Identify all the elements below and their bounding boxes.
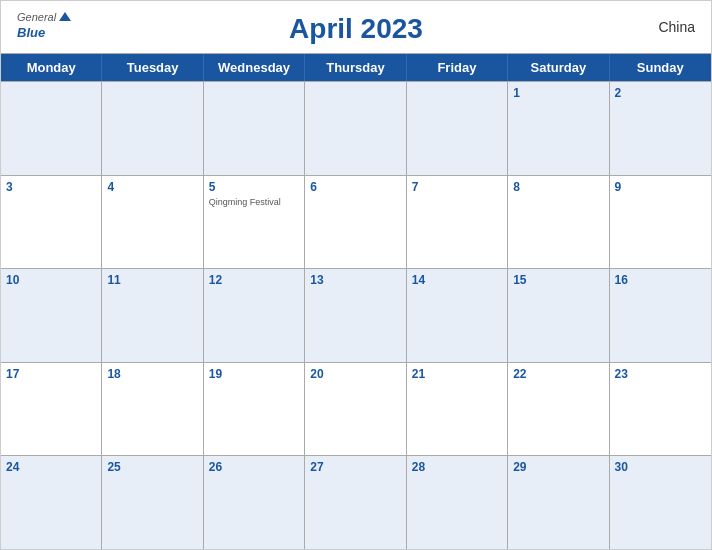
day-cell: 6 <box>305 176 406 269</box>
day-number: 5 <box>209 179 299 196</box>
day-number: 21 <box>412 366 502 383</box>
day-header-friday: Friday <box>407 54 508 81</box>
day-cell: 15 <box>508 269 609 362</box>
day-cell: 20 <box>305 363 406 456</box>
day-cell <box>407 82 508 175</box>
day-cell: 2 <box>610 82 711 175</box>
day-cell: 16 <box>610 269 711 362</box>
day-number: 16 <box>615 272 706 289</box>
day-number: 29 <box>513 459 603 476</box>
day-cell: 28 <box>407 456 508 549</box>
calendar-container: General Blue April 2023 China MondayTues… <box>0 0 712 550</box>
week-row-5: 24252627282930 <box>1 455 711 549</box>
event-label: Qingming Festival <box>209 197 299 209</box>
day-number: 4 <box>107 179 197 196</box>
day-cell: 12 <box>204 269 305 362</box>
day-headers: MondayTuesdayWednesdayThursdayFridaySatu… <box>1 54 711 81</box>
day-cell: 25 <box>102 456 203 549</box>
day-cell: 8 <box>508 176 609 269</box>
day-cell <box>1 82 102 175</box>
day-number: 28 <box>412 459 502 476</box>
day-header-tuesday: Tuesday <box>102 54 203 81</box>
day-cell: 29 <box>508 456 609 549</box>
country-label: China <box>658 19 695 35</box>
day-cell <box>204 82 305 175</box>
week-row-2: 345Qingming Festival6789 <box>1 175 711 269</box>
day-cell: 14 <box>407 269 508 362</box>
day-cell: 23 <box>610 363 711 456</box>
day-number: 9 <box>615 179 706 196</box>
day-number: 26 <box>209 459 299 476</box>
day-number: 3 <box>6 179 96 196</box>
day-cell: 27 <box>305 456 406 549</box>
day-cell: 30 <box>610 456 711 549</box>
day-cell <box>305 82 406 175</box>
day-number: 23 <box>615 366 706 383</box>
day-number: 30 <box>615 459 706 476</box>
day-number: 14 <box>412 272 502 289</box>
day-header-monday: Monday <box>1 54 102 81</box>
day-cell: 22 <box>508 363 609 456</box>
week-row-3: 10111213141516 <box>1 268 711 362</box>
day-number: 24 <box>6 459 96 476</box>
day-number: 2 <box>615 85 706 102</box>
day-number: 12 <box>209 272 299 289</box>
day-cell: 9 <box>610 176 711 269</box>
day-cell: 3 <box>1 176 102 269</box>
svg-marker-0 <box>59 12 71 21</box>
day-cell: 18 <box>102 363 203 456</box>
day-cell: 26 <box>204 456 305 549</box>
day-number: 15 <box>513 272 603 289</box>
day-cell: 19 <box>204 363 305 456</box>
day-cell: 4 <box>102 176 203 269</box>
day-number: 8 <box>513 179 603 196</box>
day-cell: 21 <box>407 363 508 456</box>
day-cell: 11 <box>102 269 203 362</box>
logo-area: General Blue <box>17 11 72 40</box>
day-number: 18 <box>107 366 197 383</box>
day-cell: 13 <box>305 269 406 362</box>
day-number: 22 <box>513 366 603 383</box>
day-number: 6 <box>310 179 400 196</box>
day-cell: 10 <box>1 269 102 362</box>
day-header-thursday: Thursday <box>305 54 406 81</box>
day-header-saturday: Saturday <box>508 54 609 81</box>
day-header-wednesday: Wednesday <box>204 54 305 81</box>
day-cell <box>102 82 203 175</box>
day-number: 7 <box>412 179 502 196</box>
day-number: 20 <box>310 366 400 383</box>
day-header-sunday: Sunday <box>610 54 711 81</box>
day-cell: 24 <box>1 456 102 549</box>
calendar-grid: MondayTuesdayWednesdayThursdayFridaySatu… <box>1 53 711 549</box>
day-number: 17 <box>6 366 96 383</box>
logo-blue: Blue <box>17 25 45 40</box>
day-number: 19 <box>209 366 299 383</box>
day-cell: 5Qingming Festival <box>204 176 305 269</box>
calendar-header: General Blue April 2023 China <box>1 1 711 53</box>
day-cell: 17 <box>1 363 102 456</box>
day-number: 11 <box>107 272 197 289</box>
day-number: 27 <box>310 459 400 476</box>
day-number: 1 <box>513 85 603 102</box>
calendar-title: April 2023 <box>289 13 423 45</box>
weeks-container: 12345Qingming Festival678910111213141516… <box>1 81 711 549</box>
week-row-4: 17181920212223 <box>1 362 711 456</box>
day-cell: 1 <box>508 82 609 175</box>
day-cell: 7 <box>407 176 508 269</box>
day-number: 10 <box>6 272 96 289</box>
day-number: 13 <box>310 272 400 289</box>
logo-general: General <box>17 11 72 25</box>
week-row-1: 12 <box>1 81 711 175</box>
day-number: 25 <box>107 459 197 476</box>
